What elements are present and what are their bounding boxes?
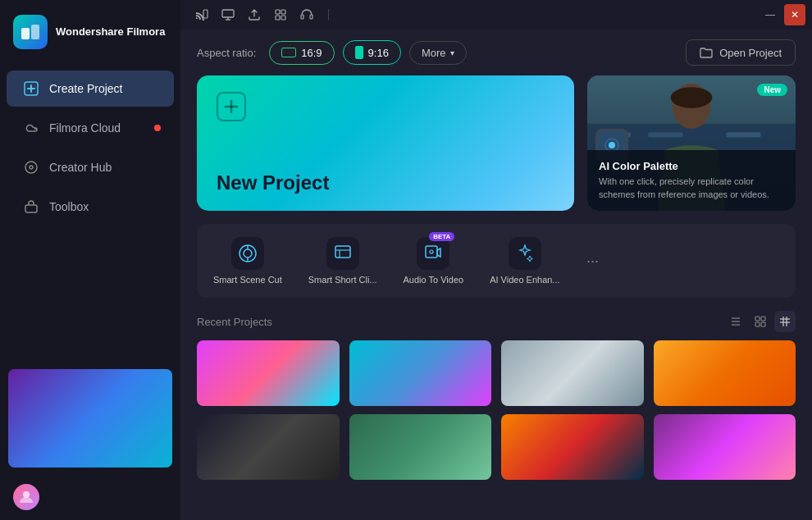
cloud-icon — [23, 120, 39, 136]
svg-rect-25 — [726, 132, 760, 137]
aspect-16-9-button[interactable]: 16:9 — [269, 41, 334, 65]
avatar — [13, 484, 39, 510]
svg-rect-0 — [21, 28, 30, 39]
sidebar-item-create-project[interactable]: Create Project — [7, 71, 174, 107]
ai-card-overlay: AI Color Palette With one click, precise… — [587, 150, 796, 211]
thumbnail-image — [8, 369, 172, 468]
svg-point-28 — [609, 142, 615, 148]
smart-scene-cut-icon-wrap — [231, 237, 264, 270]
tool-ai-video-enhance[interactable]: AI Video Enhan... — [478, 229, 571, 293]
audio-to-video-icon — [423, 244, 443, 263]
tool-smart-scene-cut[interactable]: Smart Scene Cut — [202, 229, 294, 293]
creator-hub-icon — [23, 159, 39, 176]
ai-color-palette-card[interactable]: New AI Color Palette With one click, pre… — [587, 75, 796, 211]
tool-audio-to-video[interactable]: BETA Audio To Video — [392, 229, 476, 293]
aspect-ratio-label: Aspect ratio: — [197, 47, 256, 59]
open-project-button[interactable]: Open Project — [686, 39, 796, 66]
titlebar-separator — [328, 9, 329, 21]
thumbnail-image — [654, 340, 796, 406]
ai-video-enhance-icon-wrap — [509, 237, 541, 270]
add-project-icon — [217, 92, 246, 121]
top-row: New Project — [197, 75, 796, 211]
svg-point-8 — [23, 491, 30, 498]
svg-rect-14 — [281, 10, 285, 14]
recent-title: Recent Projects — [197, 316, 272, 328]
content-area: New Project — [180, 75, 812, 520]
svg-rect-42 — [755, 322, 760, 326]
large-grid-view-button[interactable] — [774, 311, 796, 332]
list-item[interactable] — [501, 414, 644, 480]
list-item[interactable] — [654, 340, 796, 406]
beta-badge: BETA — [429, 232, 454, 241]
svg-point-6 — [30, 166, 33, 169]
cast-icon[interactable] — [194, 7, 210, 23]
thumbnail-image — [501, 340, 644, 406]
aspect-9-16-button[interactable]: 9:16 — [343, 40, 401, 65]
list-item[interactable] — [349, 414, 492, 480]
thumbnail-image — [349, 340, 492, 406]
thumbnail-image — [349, 414, 492, 480]
tools-more-button[interactable]: ··· — [578, 246, 608, 276]
sidebar-item-creator-hub[interactable]: Creator Hub — [7, 149, 174, 185]
aspect-9-16-icon — [355, 46, 363, 59]
sidebar-item-label: Create Project — [49, 82, 122, 95]
tool-label-smart-scene-cut: Smart Scene Cut — [213, 275, 282, 285]
thumbnail-image — [197, 340, 340, 406]
svg-rect-13 — [276, 10, 280, 14]
close-button[interactable]: ✕ — [784, 4, 805, 25]
sidebar-item-label: Creator Hub — [49, 161, 112, 174]
app-title: Wondershare Filmora — [56, 26, 165, 39]
ai-card-description: With one click, precisely replicate colo… — [599, 176, 784, 201]
svg-rect-43 — [761, 322, 765, 326]
logo-icon — [13, 15, 48, 49]
tool-label-audio-to-video: Audio To Video — [404, 275, 464, 285]
upload-icon[interactable] — [246, 7, 262, 23]
tool-smart-short-clip[interactable]: Smart Short Cli... — [297, 229, 389, 293]
create-project-icon — [23, 80, 39, 97]
svg-rect-15 — [276, 16, 280, 20]
grid-icon[interactable] — [272, 7, 289, 23]
smart-short-clip-icon — [333, 244, 353, 263]
thumbnail-image — [654, 414, 796, 480]
svg-rect-35 — [426, 246, 437, 258]
minimize-button[interactable]: — — [760, 4, 781, 25]
sidebar-user — [0, 474, 180, 520]
list-item[interactable] — [197, 340, 340, 406]
list-item[interactable] — [501, 340, 644, 406]
list-view-button[interactable] — [725, 311, 746, 332]
audio-to-video-icon-wrap: BETA — [417, 237, 449, 270]
svg-point-5 — [25, 162, 37, 173]
smart-scene-cut-icon — [238, 244, 258, 263]
topbar: Aspect ratio: 16:9 9:16 More ▾ Open Proj… — [180, 30, 812, 75]
more-button[interactable]: More ▾ — [409, 41, 467, 65]
quick-tools-row: Smart Scene Cut Smart Short Cli... — [197, 224, 796, 298]
list-item[interactable] — [349, 340, 492, 406]
svg-point-36 — [430, 250, 433, 253]
app-logo: Wondershare Filmora — [0, 0, 180, 64]
recent-grid-row2 — [197, 414, 796, 480]
sidebar-item-toolbox[interactable]: Toolbox — [7, 189, 174, 225]
svg-rect-1 — [31, 25, 39, 39]
smart-short-clip-icon-wrap — [326, 237, 359, 270]
sidebar-item-filmora-cloud[interactable]: Filmora Cloud — [7, 110, 174, 146]
main-content: — ✕ Aspect ratio: 16:9 9:16 More ▾ Open … — [180, 0, 812, 520]
svg-rect-16 — [281, 16, 285, 20]
notification-dot — [154, 125, 161, 131]
svg-rect-9 — [203, 10, 208, 18]
toolbox-icon — [23, 198, 39, 215]
aspect-16-9-icon — [281, 48, 296, 57]
svg-rect-41 — [761, 317, 765, 321]
view-toggle — [725, 311, 796, 332]
svg-rect-17 — [301, 15, 303, 19]
small-grid-view-button[interactable] — [750, 311, 771, 332]
list-item[interactable] — [654, 414, 796, 480]
list-item[interactable] — [197, 414, 340, 480]
svg-rect-40 — [755, 317, 760, 321]
headset-icon[interactable] — [299, 7, 315, 23]
new-badge: New — [757, 84, 787, 96]
monitor-icon[interactable] — [220, 7, 236, 23]
new-project-card[interactable]: New Project — [197, 75, 574, 211]
recent-grid-row1 — [197, 340, 796, 406]
svg-rect-18 — [310, 15, 312, 19]
svg-rect-24 — [648, 132, 682, 137]
